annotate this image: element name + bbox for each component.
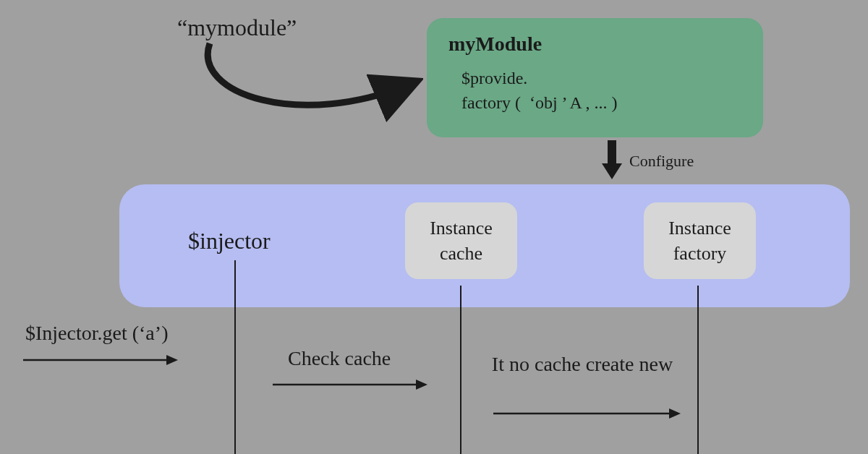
injector-get-label: $Injector.get (‘a’): [25, 322, 168, 345]
arrow-injector-get: [22, 353, 181, 367]
configure-label: Configure: [629, 152, 694, 171]
instance-cache-line2: cache: [420, 241, 503, 266]
instance-factory-line2: factory: [658, 241, 741, 266]
vline-injector: [234, 260, 236, 454]
injector-label: $injector: [188, 228, 271, 254]
module-title: myModule: [448, 33, 741, 56]
instance-factory-box: Instance factory: [644, 202, 756, 279]
module-code-line1: $provide.: [461, 67, 741, 91]
instance-cache-box: Instance cache: [405, 202, 517, 279]
check-cache-label: Check cache: [288, 347, 391, 370]
arrow-configure-down: [597, 139, 626, 182]
no-cache-label: It no cache create new: [481, 351, 684, 378]
arrow-check-cache: [271, 377, 430, 392]
module-box: myModule $provide. factory ( ‘obj ’ A , …: [427, 18, 763, 137]
vline-cache: [460, 286, 461, 454]
module-code-line2: factory ( ‘obj ’ A , ... ): [461, 91, 741, 116]
instance-factory-line1: Instance: [658, 215, 741, 241]
arrow-curved-to-module: [184, 36, 423, 123]
instance-cache-line1: Instance: [420, 215, 503, 241]
vline-factory: [697, 286, 699, 454]
arrow-no-cache: [492, 406, 684, 421]
